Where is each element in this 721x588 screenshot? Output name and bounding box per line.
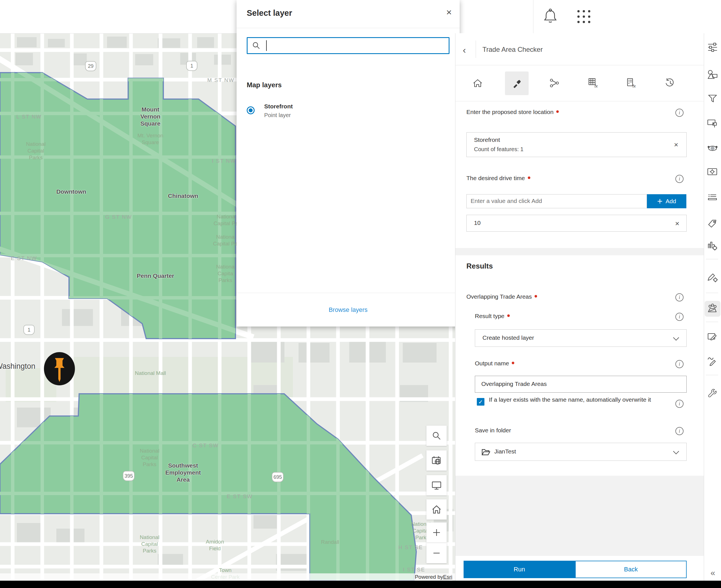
orbit-icon — [707, 142, 719, 154]
modal-title: Select layer — [247, 8, 292, 18]
plus-icon — [431, 527, 442, 538]
tab-flow[interactable] — [543, 71, 566, 95]
output-name-input[interactable]: Overlapping Trade Areas — [475, 376, 687, 393]
zoom-out-button[interactable] — [427, 543, 447, 563]
tab-table-functions[interactable]: fx — [582, 71, 605, 95]
sliders-icon — [707, 42, 718, 53]
layer-search-input[interactable] — [247, 37, 450, 54]
search-icon — [251, 41, 261, 50]
chart-gear-icon — [707, 240, 719, 252]
required-dot — [512, 362, 514, 364]
tool-properties[interactable] — [705, 39, 720, 55]
text-caret — [266, 40, 267, 51]
tab-form-functions[interactable]: fx — [620, 71, 643, 95]
tool-chart-settings[interactable] — [705, 238, 720, 254]
chevron-left-icon[interactable]: ‹ — [463, 44, 466, 56]
panel-lower-background — [455, 476, 704, 556]
info-icon[interactable]: i — [675, 293, 683, 301]
info-icon[interactable]: i — [675, 313, 683, 321]
map-search-button[interactable] — [427, 426, 447, 446]
tool-scene[interactable] — [705, 141, 720, 156]
info-icon[interactable]: i — [675, 109, 683, 117]
info-icon[interactable]: i — [675, 360, 683, 368]
output-name-value: Overlapping Trade Areas — [481, 381, 547, 387]
overlap-label: Overlapping Trade Areas — [467, 293, 537, 300]
toolbar-divider — [706, 293, 718, 293]
run-button[interactable]: Run — [464, 561, 575, 578]
info-icon[interactable]: i — [675, 175, 683, 183]
basemap-gallery-button[interactable] — [427, 450, 447, 470]
right-toolbar: « — [704, 33, 721, 581]
map-home-button[interactable] — [427, 499, 447, 520]
panel-title: Trade Area Checker — [482, 46, 543, 54]
overwrite-checkbox[interactable]: ✓ — [477, 398, 485, 405]
required-dot — [528, 176, 530, 179]
modal-header: Select layer × — [236, 0, 460, 28]
tool-edit-panel[interactable] — [705, 329, 720, 345]
panel-footer: Run Back — [455, 556, 704, 581]
highway-shield: 29 — [85, 61, 96, 71]
home-icon — [472, 78, 483, 89]
chevron-down-icon — [673, 448, 679, 454]
app-launcher-button[interactable] — [577, 10, 590, 23]
screen-button[interactable] — [427, 475, 447, 496]
tool-filter[interactable] — [705, 91, 720, 106]
store-location-value-card: Storefront Count of features: 1 × — [467, 132, 687, 157]
folder-select[interactable]: JianTest — [475, 443, 687, 461]
selected-layer-subtitle: Count of features: 1 — [474, 146, 523, 152]
map-layers-heading: Map layers — [247, 81, 282, 89]
tool-configure-popup[interactable] — [705, 164, 720, 180]
table-fx-icon: fx — [588, 78, 600, 89]
layer-type: Point layer — [264, 112, 291, 119]
list-icon — [707, 192, 718, 204]
header-divider — [476, 41, 476, 58]
tool-labels[interactable] — [705, 116, 720, 131]
layer-name[interactable]: Storefront — [264, 103, 293, 110]
collapse-panel-icon[interactable]: « — [710, 568, 715, 578]
tool-fields-list[interactable] — [705, 190, 720, 206]
remove-value-icon[interactable]: × — [675, 220, 679, 227]
output-name-label: Output name — [475, 360, 514, 367]
result-type-value: Create hosted layer — [482, 334, 534, 341]
app-window: M ST NWL ST NWI ST NWG ST NWE ST NWC ST … — [0, 0, 721, 588]
add-button[interactable]: Add — [647, 194, 686, 208]
back-button[interactable]: Back — [575, 561, 687, 578]
panel-header: ‹ Trade Area Checker — [455, 33, 704, 65]
info-icon[interactable]: i — [675, 427, 683, 435]
tab-home[interactable] — [466, 71, 490, 95]
close-icon[interactable]: × — [446, 7, 452, 17]
required-dot — [535, 295, 537, 297]
store-location-label: Enter the proposed store location — [467, 109, 559, 115]
drive-time-input[interactable]: Enter a value and click Add — [467, 194, 647, 208]
bottom-bar — [0, 581, 721, 588]
esri-link[interactable]: Esri — [443, 574, 452, 580]
basemap-icon — [431, 455, 442, 466]
tool-sketch[interactable] — [705, 353, 720, 369]
notifications-button[interactable] — [543, 8, 558, 25]
toolbar-divider — [706, 375, 718, 375]
minus-icon — [431, 547, 442, 559]
zoom-in-button[interactable] — [427, 522, 447, 543]
remove-layer-icon[interactable]: × — [674, 141, 678, 148]
tool-audience-active[interactable] — [705, 301, 720, 317]
browse-layers-link[interactable]: Browse layers — [329, 306, 368, 314]
tool-tags[interactable] — [705, 216, 720, 231]
tool-edit-settings[interactable] — [705, 270, 720, 286]
search-icon — [431, 430, 442, 441]
drive-time-label: The desired drive time — [467, 175, 530, 182]
edit-panel-icon — [707, 331, 719, 343]
result-type-select[interactable]: Create hosted layer — [475, 329, 687, 347]
tool-symbology[interactable] — [705, 67, 720, 83]
chevron-down-icon — [673, 335, 679, 341]
tab-history[interactable] — [658, 71, 682, 95]
store-location-pin — [44, 352, 75, 385]
shapes-icon — [707, 69, 718, 81]
info-icon[interactable]: i — [675, 400, 683, 408]
layer-radio-selected[interactable] — [247, 106, 254, 114]
tab-tools[interactable] — [505, 71, 529, 95]
hammer-icon — [511, 78, 522, 89]
tool-settings-wrench[interactable] — [705, 385, 720, 401]
pencil-gear-icon — [707, 272, 719, 284]
display-tag-icon — [707, 118, 719, 129]
share-nodes-icon — [549, 78, 560, 89]
